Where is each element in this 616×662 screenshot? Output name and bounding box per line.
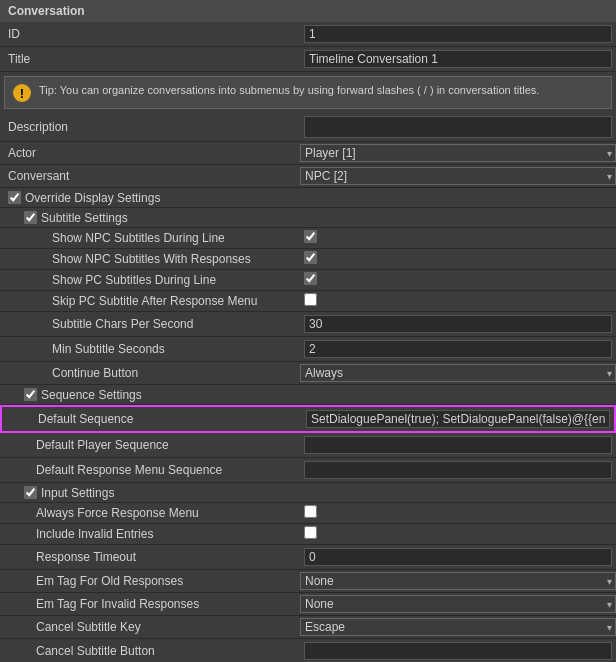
default-response-menu-label: Default Response Menu Sequence xyxy=(0,463,300,477)
input-settings-label: Input Settings xyxy=(41,486,114,500)
continue-button-label: Continue Button xyxy=(0,366,300,380)
include-invalid-checkbox[interactable] xyxy=(304,526,317,539)
em-tag-invalid-label: Em Tag For Invalid Responses xyxy=(0,597,300,611)
tip-icon: ! xyxy=(13,84,31,102)
default-player-sequence-input[interactable] xyxy=(304,436,612,454)
conversant-dropdown[interactable]: NPC [2] xyxy=(300,167,616,185)
default-response-menu-input[interactable] xyxy=(304,461,612,479)
min-subtitle-label: Min Subtitle Seconds xyxy=(0,342,300,356)
title-label: Title xyxy=(0,52,300,66)
override-display-label: Override Display Settings xyxy=(25,191,160,205)
em-tag-invalid-row: Em Tag For Invalid Responses None Italic… xyxy=(0,593,616,616)
include-invalid-cell xyxy=(300,526,616,542)
cancel-subtitle-button-value xyxy=(300,641,616,661)
section-header: Conversation xyxy=(0,0,616,22)
conversant-row: Conversant NPC [2] xyxy=(0,165,616,188)
show-npc-subtitles-responses-label: Show NPC Subtitles With Responses xyxy=(0,252,300,266)
show-npc-subtitles-responses-row: Show NPC Subtitles With Responses xyxy=(0,249,616,270)
cancel-subtitle-button-input[interactable] xyxy=(304,642,612,660)
sequence-settings-checkbox[interactable] xyxy=(24,388,37,401)
em-tag-invalid-dropdown[interactable]: None Italic Bold xyxy=(300,595,616,613)
id-label: ID xyxy=(0,27,300,41)
response-timeout-row: Response Timeout xyxy=(0,545,616,570)
tip-text: Tip: You can organize conversations into… xyxy=(39,83,539,98)
show-pc-subtitles-cell xyxy=(300,272,616,288)
subtitle-chars-row: Subtitle Chars Per Second xyxy=(0,312,616,337)
conversant-dropdown-wrapper: NPC [2] xyxy=(300,167,616,185)
subtitle-chars-label: Subtitle Chars Per Second xyxy=(0,317,300,331)
actor-dropdown[interactable]: Player [1] xyxy=(300,144,616,162)
min-subtitle-input[interactable] xyxy=(304,340,612,358)
response-timeout-label: Response Timeout xyxy=(0,550,300,564)
subtitle-chars-value xyxy=(300,314,616,334)
show-pc-subtitles-label: Show PC Subtitles During Line xyxy=(0,273,300,287)
cancel-subtitle-button-label: Cancel Subtitle Button xyxy=(0,644,300,658)
em-tag-old-dropdown-wrapper: None Italic Bold xyxy=(300,572,616,590)
actor-row: Actor Player [1] xyxy=(0,142,616,165)
continue-button-dropdown[interactable]: Always Never Optional NotBeforeEnd xyxy=(300,364,616,382)
response-timeout-value xyxy=(300,547,616,567)
default-sequence-input[interactable] xyxy=(306,410,610,428)
continue-button-dropdown-wrapper: Always Never Optional NotBeforeEnd xyxy=(300,364,616,382)
subtitle-settings-checkbox[interactable] xyxy=(24,211,37,224)
show-npc-subtitles-responses-checkbox[interactable] xyxy=(304,251,317,264)
sequence-settings-label: Sequence Settings xyxy=(41,388,142,402)
sequence-settings-row: Sequence Settings xyxy=(0,385,616,405)
show-npc-subtitles-during-row: Show NPC Subtitles During Line xyxy=(0,228,616,249)
em-tag-old-label: Em Tag For Old Responses xyxy=(0,574,300,588)
min-subtitle-value xyxy=(300,339,616,359)
cancel-subtitle-key-dropdown-wrapper: Escape None xyxy=(300,618,616,636)
cancel-subtitle-button-row: Cancel Subtitle Button xyxy=(0,639,616,662)
em-tag-old-dropdown[interactable]: None Italic Bold xyxy=(300,572,616,590)
default-sequence-value xyxy=(302,409,614,429)
default-sequence-row: Default Sequence xyxy=(0,405,616,433)
actor-dropdown-wrapper: Player [1] xyxy=(300,144,616,162)
show-pc-subtitles-checkbox[interactable] xyxy=(304,272,317,285)
include-invalid-row: Include Invalid Entries xyxy=(0,524,616,545)
cancel-subtitle-key-label: Cancel Subtitle Key xyxy=(0,620,300,634)
skip-pc-subtitle-row: Skip PC Subtitle After Response Menu xyxy=(0,291,616,312)
always-force-response-cell xyxy=(300,505,616,521)
description-value xyxy=(300,115,616,139)
show-npc-subtitles-during-checkbox[interactable] xyxy=(304,230,317,243)
override-display-checkbox[interactable] xyxy=(8,191,21,204)
cancel-subtitle-key-dropdown[interactable]: Escape None xyxy=(300,618,616,636)
input-settings-checkbox[interactable] xyxy=(24,486,37,499)
always-force-response-checkbox[interactable] xyxy=(304,505,317,518)
tip-box: ! Tip: You can organize conversations in… xyxy=(4,76,612,109)
always-force-response-label: Always Force Response Menu xyxy=(0,506,300,520)
title-row: Title xyxy=(0,47,616,72)
default-player-sequence-row: Default Player Sequence xyxy=(0,433,616,458)
conversant-label: Conversant xyxy=(0,169,300,183)
title-value xyxy=(300,49,616,69)
section-title: Conversation xyxy=(8,4,85,18)
subtitle-settings-row: Subtitle Settings xyxy=(0,208,616,228)
show-pc-subtitles-row: Show PC Subtitles During Line xyxy=(0,270,616,291)
description-input[interactable] xyxy=(304,116,612,138)
default-player-sequence-label: Default Player Sequence xyxy=(0,438,300,452)
default-response-menu-row: Default Response Menu Sequence xyxy=(0,458,616,483)
continue-button-row: Continue Button Always Never Optional No… xyxy=(0,362,616,385)
default-response-menu-value xyxy=(300,460,616,480)
subtitle-chars-input[interactable] xyxy=(304,315,612,333)
cancel-subtitle-key-row: Cancel Subtitle Key Escape None xyxy=(0,616,616,639)
show-npc-subtitles-during-cell xyxy=(300,230,616,246)
skip-pc-subtitle-checkbox[interactable] xyxy=(304,293,317,306)
input-settings-row: Input Settings xyxy=(0,483,616,503)
default-player-sequence-value xyxy=(300,435,616,455)
description-label: Description xyxy=(0,120,300,134)
id-input[interactable] xyxy=(304,25,612,43)
title-input[interactable] xyxy=(304,50,612,68)
id-value xyxy=(300,24,616,44)
skip-pc-subtitle-label: Skip PC Subtitle After Response Menu xyxy=(0,294,300,308)
subtitle-settings-label: Subtitle Settings xyxy=(41,211,128,225)
description-row: Description xyxy=(0,113,616,142)
always-force-response-row: Always Force Response Menu xyxy=(0,503,616,524)
override-display-row: Override Display Settings xyxy=(0,188,616,208)
em-tag-invalid-dropdown-wrapper: None Italic Bold xyxy=(300,595,616,613)
show-npc-subtitles-during-label: Show NPC Subtitles During Line xyxy=(0,231,300,245)
actor-label: Actor xyxy=(0,146,300,160)
response-timeout-input[interactable] xyxy=(304,548,612,566)
show-npc-subtitles-responses-cell xyxy=(300,251,616,267)
em-tag-old-row: Em Tag For Old Responses None Italic Bol… xyxy=(0,570,616,593)
